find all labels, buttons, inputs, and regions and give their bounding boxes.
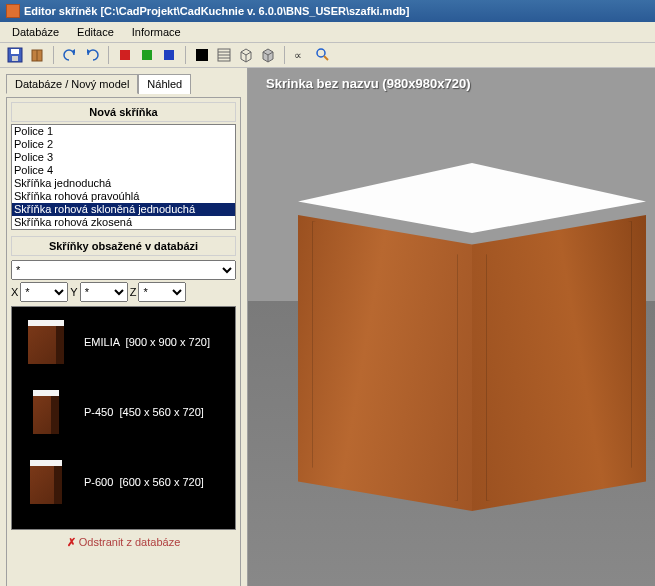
list-item[interactable]: Police 4 — [12, 164, 235, 177]
thumbnail-label: EMILIA [900 x 900 x 720] — [84, 336, 210, 348]
menu-database[interactable]: Databáze — [4, 24, 67, 40]
svg-rect-7 — [164, 50, 174, 60]
thumbnail-item[interactable]: P-600 [600 x 560 x 720] — [12, 447, 235, 517]
list-item[interactable]: Police 3 — [12, 151, 235, 164]
tab-database-model[interactable]: Databáze / Nový model — [6, 74, 138, 94]
y-label: Y — [70, 286, 77, 298]
z-label: Z — [130, 286, 137, 298]
color-green-icon[interactable] — [138, 46, 156, 64]
z-select[interactable]: * — [138, 282, 186, 302]
db-cabinets-header: Skříňky obsažené v databázi — [11, 236, 236, 256]
box-icon[interactable] — [237, 46, 255, 64]
svg-rect-5 — [120, 50, 130, 60]
x-label: X — [11, 286, 18, 298]
menu-edit[interactable]: Editace — [69, 24, 122, 40]
svg-rect-2 — [12, 56, 18, 61]
thumbnail-label: P-600 [600 x 560 x 720] — [84, 476, 204, 488]
link-icon[interactable]: ∝ — [292, 46, 310, 64]
svg-line-15 — [324, 56, 328, 60]
list-item[interactable]: Skříňka rohová zkosená zkrácená — [12, 229, 235, 230]
redo-icon[interactable] — [83, 46, 101, 64]
save-icon[interactable] — [6, 46, 24, 64]
svg-point-14 — [317, 49, 325, 57]
thumbnail-image — [16, 451, 76, 513]
viewport-3d[interactable]: Skrinka bez nazvu (980x980x720) — [248, 68, 655, 586]
undo-icon[interactable] — [61, 46, 79, 64]
thumbnail-item[interactable]: P-450 [450 x 560 x 720] — [12, 377, 235, 447]
svg-rect-6 — [142, 50, 152, 60]
svg-rect-8 — [196, 49, 208, 61]
window-title: Editor skříněk [C:\CadProjekt\CadKuchnie… — [24, 5, 410, 17]
remove-from-db-button[interactable]: ✗ Odstranit z databáze — [11, 530, 236, 555]
thumbnail-item[interactable]: EMILIA [900 x 900 x 720] — [12, 307, 235, 377]
thumbnail-image — [16, 381, 76, 443]
list-item[interactable]: Skříňka jednoduchá — [12, 177, 235, 190]
thumbnail-image — [16, 311, 76, 373]
list-item[interactable]: Skříňka rohová pravoúhlá — [12, 190, 235, 203]
x-select[interactable]: * — [20, 282, 68, 302]
color-red-icon[interactable] — [116, 46, 134, 64]
menu-info[interactable]: Informace — [124, 24, 189, 40]
tab-preview[interactable]: Náhled — [138, 74, 191, 94]
toolbar: ∝ — [0, 43, 655, 68]
viewport-label: Skrinka bez nazvu (980x980x720) — [266, 76, 471, 91]
titlebar: Editor skříněk [C:\CadProjekt\CadKuchnie… — [0, 0, 655, 22]
cabinet-icon[interactable] — [28, 46, 46, 64]
app-icon — [6, 4, 20, 18]
filter-select[interactable]: * — [11, 260, 236, 280]
delete-icon: ✗ — [67, 536, 76, 548]
menubar: Databáze Editace Informace — [0, 22, 655, 43]
color-blue-icon[interactable] — [160, 46, 178, 64]
cabinet-type-list[interactable]: Police 1 Police 2 Police 3 Police 4 Skří… — [11, 124, 236, 230]
thumbnail-list[interactable]: EMILIA [900 x 900 x 720] P-450 [450 x 56… — [11, 306, 236, 530]
list-item-selected[interactable]: Skříňka rohová skloněná jednoduchá — [12, 203, 235, 216]
box-shaded-icon[interactable] — [259, 46, 277, 64]
list-item[interactable]: Police 2 — [12, 138, 235, 151]
color-black-icon[interactable] — [193, 46, 211, 64]
thumbnail-label: P-450 [450 x 560 x 720] — [84, 406, 204, 418]
new-cabinet-header: Nová skříňka — [11, 102, 236, 122]
svg-text:∝: ∝ — [294, 49, 302, 61]
wireframe-icon[interactable] — [215, 46, 233, 64]
list-item[interactable]: Skříňka rohová zkosená — [12, 216, 235, 229]
list-item[interactable]: Police 1 — [12, 125, 235, 138]
left-panel: Databáze / Nový model Náhled Nová skříňk… — [0, 68, 248, 586]
svg-rect-1 — [11, 49, 19, 54]
y-select[interactable]: * — [80, 282, 128, 302]
zoom-icon[interactable] — [314, 46, 332, 64]
cabinet-3d-model — [298, 163, 646, 521]
